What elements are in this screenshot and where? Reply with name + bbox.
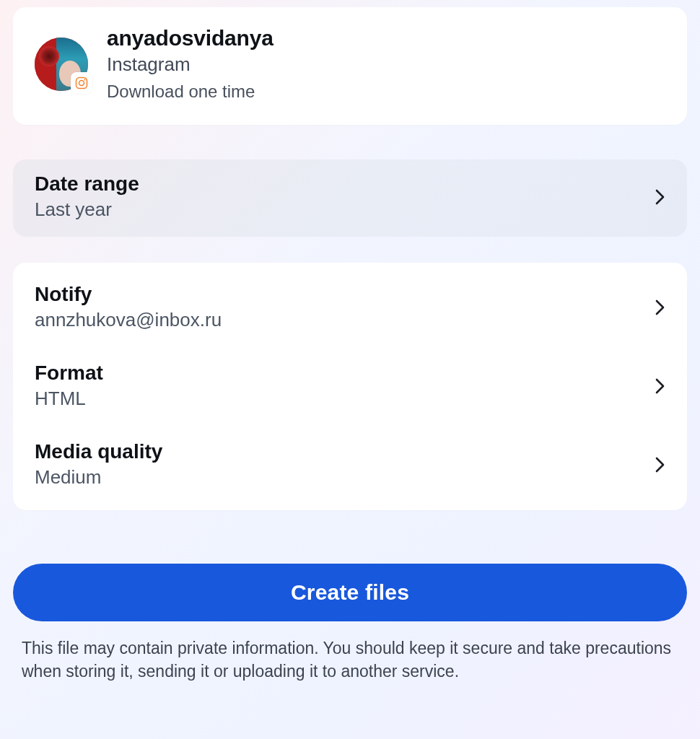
- profile-download-note: Download one time: [107, 82, 274, 102]
- date-range-row[interactable]: Date range Last year: [13, 159, 687, 237]
- chevron-right-icon: [655, 377, 665, 395]
- chevron-right-icon: [655, 456, 665, 473]
- profile-card: anyadosvidanya Instagram Download one ti…: [13, 7, 687, 125]
- media-quality-value: Medium: [35, 466, 162, 489]
- svg-point-2: [84, 79, 85, 80]
- avatar: [35, 38, 88, 91]
- svg-rect-0: [76, 77, 87, 88]
- media-quality-title: Media quality: [35, 440, 162, 463]
- profile-platform: Instagram: [107, 53, 274, 76]
- media-quality-row[interactable]: Media quality Medium: [13, 426, 687, 504]
- date-range-title: Date range: [35, 172, 139, 196]
- format-title: Format: [35, 362, 103, 385]
- notify-title: Notify: [35, 283, 222, 306]
- chevron-right-icon: [655, 299, 665, 316]
- format-row[interactable]: Format HTML: [13, 347, 687, 426]
- profile-username: anyadosvidanya: [107, 26, 274, 51]
- notify-value: annzhukova@inbox.ru: [35, 309, 222, 331]
- svg-point-1: [79, 80, 84, 85]
- settings-card: Notify annzhukova@inbox.ru Format HTML M…: [13, 263, 687, 510]
- notify-row[interactable]: Notify annzhukova@inbox.ru: [13, 268, 687, 347]
- disclaimer-text: This file may contain private informatio…: [22, 637, 678, 683]
- chevron-right-icon: [655, 188, 665, 206]
- instagram-icon: [71, 72, 92, 94]
- create-files-button[interactable]: Create files: [13, 564, 687, 621]
- date-range-value: Last year: [35, 198, 139, 221]
- format-value: HTML: [35, 388, 103, 410]
